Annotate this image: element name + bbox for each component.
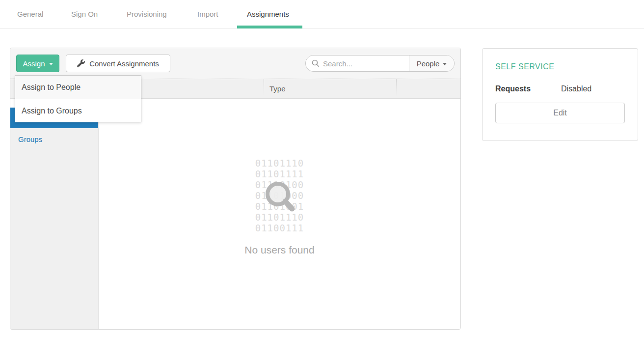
assignments-body: People Groups 01101110 01101111 01110100… <box>10 99 460 329</box>
app-assignments-page: General Sign On Provisioning Import Assi… <box>0 0 644 337</box>
requests-value: Disabled <box>561 84 591 93</box>
tab-provisioning[interactable]: Provisioning <box>127 10 167 18</box>
search-group: People <box>305 55 455 72</box>
tab-bar-divider <box>0 28 644 28</box>
empty-state-message: No users found <box>99 244 460 256</box>
convert-assignments-label: Convert Assignments <box>89 59 159 68</box>
sidebar-item-groups[interactable]: Groups <box>10 128 98 151</box>
search-field <box>306 56 409 71</box>
people-filter-dropdown[interactable]: People <box>409 56 454 71</box>
active-tab-underline <box>237 26 302 28</box>
assign-button-label: Assign <box>23 59 45 68</box>
binary-line: 01100111 <box>99 223 460 233</box>
caret-down-icon <box>49 63 53 65</box>
people-filter-value: People <box>417 59 440 68</box>
wrench-icon <box>77 59 85 67</box>
column-divider <box>264 79 264 98</box>
tab-sign-on[interactable]: Sign On <box>71 10 98 18</box>
tab-import[interactable]: Import <box>197 10 218 18</box>
search-icon <box>312 59 320 67</box>
menu-item-assign-to-groups[interactable]: Assign to Groups <box>15 99 141 122</box>
convert-assignments-button[interactable]: Convert Assignments <box>66 55 170 72</box>
assign-button[interactable]: Assign <box>16 55 59 72</box>
tab-general[interactable]: General <box>17 10 43 18</box>
self-service-panel: SELF SERVICE Requests Disabled Edit <box>482 48 638 141</box>
assignments-content: 01101110 01101111 01110100 01101000 0110… <box>99 99 460 329</box>
self-service-title: SELF SERVICE <box>495 62 625 71</box>
tab-assignments[interactable]: Assignments <box>247 10 289 18</box>
caret-down-icon <box>443 63 447 65</box>
column-header-type: Type <box>269 79 286 98</box>
search-input[interactable] <box>323 59 397 68</box>
assignments-toolbar: Assign Convert Assignments P <box>10 48 460 79</box>
empty-state: 01101110 01101111 01110100 01101000 0110… <box>99 99 460 256</box>
assign-dropdown-menu: Assign to People Assign to Groups <box>15 75 141 122</box>
binary-line: 01101110 <box>99 158 460 168</box>
edit-button[interactable]: Edit <box>495 103 625 123</box>
tab-bar: General Sign On Provisioning Import Assi… <box>0 0 644 28</box>
column-divider <box>396 79 397 98</box>
magnifier-icon <box>262 180 298 214</box>
requests-row: Requests Disabled <box>495 84 625 93</box>
menu-item-assign-to-people[interactable]: Assign to People <box>15 76 141 99</box>
assignment-type-nav: People Groups <box>10 99 99 329</box>
requests-label: Requests <box>495 84 561 93</box>
binary-line: 01101111 <box>99 168 460 179</box>
